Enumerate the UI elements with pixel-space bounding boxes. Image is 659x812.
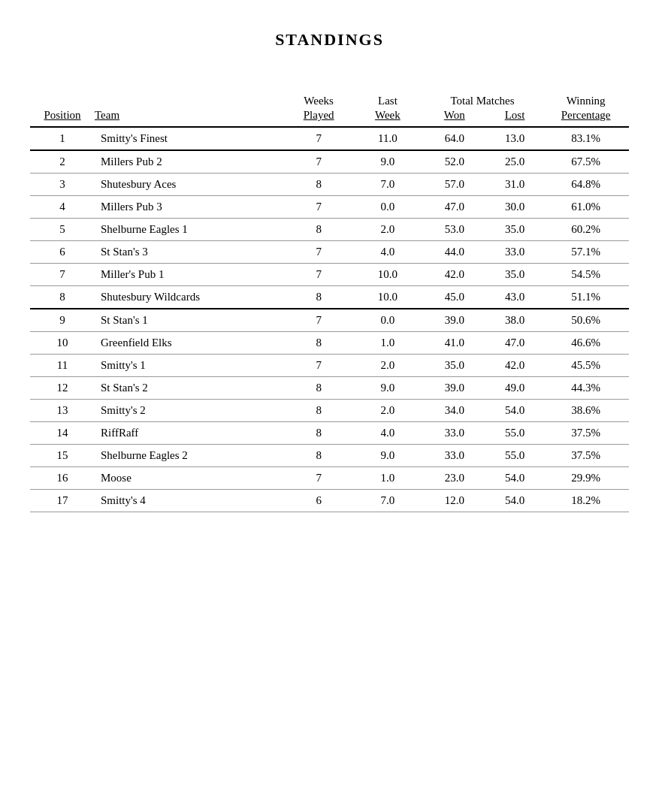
cell-position: 17 (30, 490, 95, 512)
cell-won: 42.0 (422, 264, 487, 286)
table-row: 17Smitty's 467.012.054.018.2% (30, 490, 629, 512)
cell-played: 7 (284, 196, 353, 219)
cell-lost: 54.0 (487, 490, 543, 512)
cell-played: 8 (284, 377, 353, 400)
cell-played: 6 (284, 490, 353, 512)
cell-pct: 45.5% (543, 355, 629, 377)
cell-lost: 43.0 (487, 286, 543, 309)
cell-won: 35.0 (422, 355, 487, 377)
cell-won: 39.0 (422, 309, 487, 332)
cell-position: 11 (30, 355, 95, 377)
cell-played: 8 (284, 332, 353, 355)
cell-lastweek: 4.0 (353, 241, 422, 264)
cell-lost: 54.0 (487, 467, 543, 490)
cell-lastweek: 7.0 (353, 174, 422, 196)
header-played: Played (284, 109, 353, 127)
cell-lastweek: 2.0 (353, 355, 422, 377)
cell-lastweek: 2.0 (353, 219, 422, 241)
cell-played: 7 (284, 241, 353, 264)
cell-pct: 57.1% (543, 241, 629, 264)
cell-position: 7 (30, 264, 95, 286)
cell-pct: 37.5% (543, 422, 629, 445)
header-position-top (30, 95, 95, 109)
cell-lost: 13.0 (487, 127, 543, 150)
cell-position: 9 (30, 309, 95, 332)
cell-pct: 44.3% (543, 377, 629, 400)
cell-played: 7 (284, 264, 353, 286)
cell-pct: 67.5% (543, 150, 629, 174)
cell-team: Shelburne Eagles 1 (95, 219, 284, 241)
cell-lost: 55.0 (487, 445, 543, 467)
cell-won: 57.0 (422, 174, 487, 196)
cell-won: 53.0 (422, 219, 487, 241)
cell-team: RiffRaff (95, 422, 284, 445)
table-row: 5Shelburne Eagles 182.053.035.060.2% (30, 219, 629, 241)
cell-lastweek: 1.0 (353, 332, 422, 355)
cell-won: 23.0 (422, 467, 487, 490)
header-position: Position (30, 109, 95, 127)
table-row: 11Smitty's 172.035.042.045.5% (30, 355, 629, 377)
cell-position: 6 (30, 241, 95, 264)
cell-lastweek: 0.0 (353, 309, 422, 332)
cell-team: St Stan's 2 (95, 377, 284, 400)
cell-lost: 54.0 (487, 400, 543, 422)
table-row: 14RiffRaff84.033.055.037.5% (30, 422, 629, 445)
cell-position: 8 (30, 286, 95, 309)
cell-pct: 64.8% (543, 174, 629, 196)
cell-lost: 47.0 (487, 332, 543, 355)
cell-played: 7 (284, 467, 353, 490)
cell-pct: 54.5% (543, 264, 629, 286)
cell-team: Smitty's 2 (95, 400, 284, 422)
cell-pct: 83.1% (543, 127, 629, 150)
cell-team: St Stan's 3 (95, 241, 284, 264)
cell-lost: 30.0 (487, 196, 543, 219)
cell-lastweek: 10.0 (353, 286, 422, 309)
cell-played: 8 (284, 445, 353, 467)
cell-pct: 46.6% (543, 332, 629, 355)
table-row: 7Miller's Pub 1710.042.035.054.5% (30, 264, 629, 286)
cell-won: 12.0 (422, 490, 487, 512)
header-percentage: Percentage (543, 109, 629, 127)
page-title: STANDINGS (30, 30, 629, 50)
cell-won: 41.0 (422, 332, 487, 355)
cell-played: 8 (284, 400, 353, 422)
cell-team: Miller's Pub 1 (95, 264, 284, 286)
cell-lost: 25.0 (487, 150, 543, 174)
cell-lost: 42.0 (487, 355, 543, 377)
header-team-top (95, 95, 284, 109)
cell-won: 44.0 (422, 241, 487, 264)
cell-lost: 35.0 (487, 219, 543, 241)
cell-played: 7 (284, 355, 353, 377)
table-row: 16Moose71.023.054.029.9% (30, 467, 629, 490)
table-row: 4Millers Pub 370.047.030.061.0% (30, 196, 629, 219)
cell-won: 34.0 (422, 400, 487, 422)
cell-lastweek: 9.0 (353, 445, 422, 467)
cell-lastweek: 4.0 (353, 422, 422, 445)
cell-lastweek: 10.0 (353, 264, 422, 286)
table-row: 3Shutesbury Aces87.057.031.064.8% (30, 174, 629, 196)
cell-position: 2 (30, 150, 95, 174)
cell-lost: 38.0 (487, 309, 543, 332)
cell-team: Smitty's 1 (95, 355, 284, 377)
cell-position: 1 (30, 127, 95, 150)
cell-lastweek: 0.0 (353, 196, 422, 219)
cell-won: 52.0 (422, 150, 487, 174)
cell-team: St Stan's 1 (95, 309, 284, 332)
cell-pct: 50.6% (543, 309, 629, 332)
header-week: Week (353, 109, 422, 127)
cell-played: 8 (284, 174, 353, 196)
cell-position: 14 (30, 422, 95, 445)
cell-played: 8 (284, 286, 353, 309)
cell-lastweek: 7.0 (353, 490, 422, 512)
cell-won: 47.0 (422, 196, 487, 219)
table-row: 12St Stan's 289.039.049.044.3% (30, 377, 629, 400)
cell-won: 33.0 (422, 422, 487, 445)
header-winning-top: Winning (543, 95, 629, 109)
cell-team: Shutesbury Aces (95, 174, 284, 196)
cell-team: Moose (95, 467, 284, 490)
table-row: 8Shutesbury Wildcards810.045.043.051.1% (30, 286, 629, 309)
standings-table: Weeks Last Total Matches Winning Positio… (30, 95, 629, 512)
cell-won: 45.0 (422, 286, 487, 309)
cell-lost: 55.0 (487, 422, 543, 445)
header-won: Won (422, 109, 487, 127)
